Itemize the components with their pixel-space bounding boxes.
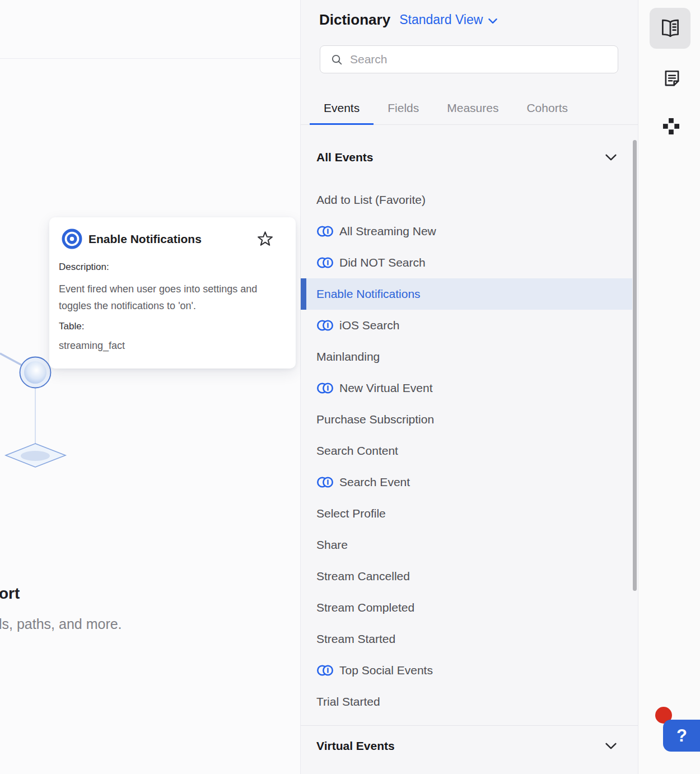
table-name: streaming_fact	[59, 340, 283, 352]
event-label: Purchase Subscription	[316, 413, 434, 426]
event-label: Share	[316, 538, 348, 552]
view-selector-dropdown[interactable]: Standard View	[399, 12, 498, 27]
chevron-down-icon[interactable]	[604, 742, 618, 750]
section-header-all-events[interactable]: All Events	[316, 142, 618, 173]
event-item-did-not-search[interactable]: Did NOT Search	[301, 247, 632, 278]
event-list: Add to List (Favorite) All Streaming New…	[301, 184, 638, 717]
event-list-region: All Events Add to List (Favorite)	[301, 125, 638, 774]
event-item-add-to-list-favorite[interactable]: Add to List (Favorite)	[301, 184, 632, 216]
event-item-top-social-events[interactable]: Top Social Events	[301, 655, 632, 686]
event-item-trial-started[interactable]: Trial Started	[301, 686, 632, 717]
event-item-search-event[interactable]: Search Event	[301, 467, 632, 498]
canvas-topbar	[0, 0, 300, 59]
canvas-heading-fragment: ort	[0, 585, 20, 603]
search-box[interactable]	[320, 45, 618, 73]
event-detail-card: Enable Notifications Description: Event …	[49, 217, 296, 369]
dictionary-tabs: EventsFieldsMeasuresCohorts	[301, 92, 638, 125]
event-label: Stream Completed	[316, 601, 414, 614]
canvas-subtitle-fragment: ls, paths, and more.	[0, 616, 122, 632]
description-text: Event fired when user goes into settings…	[59, 281, 288, 314]
event-label: Search Event	[339, 475, 410, 489]
virtual-event-icon	[316, 476, 334, 488]
event-card-title: Enable Notifications	[88, 232, 257, 246]
table-label: Table:	[59, 321, 283, 332]
panel-title: Dictionary	[319, 11, 390, 29]
event-item-purchase-subscription[interactable]: Purchase Subscription	[301, 404, 632, 435]
right-toolbar: ?	[638, 0, 700, 774]
event-label: Select Profile	[316, 507, 386, 520]
view-selector-label: Standard View	[399, 12, 483, 27]
chevron-down-icon[interactable]	[604, 153, 618, 161]
section-label: All Events	[316, 151, 374, 164]
event-label: Search Content	[316, 444, 398, 458]
main-canvas: ort ls, paths, and more.	[0, 0, 301, 774]
event-label: Enable Notifications	[316, 287, 421, 301]
event-item-all-streaming-new[interactable]: All Streaming New	[301, 216, 632, 247]
event-item-enable-notifications[interactable]: Enable Notifications	[301, 278, 632, 310]
section-header-virtual-events[interactable]: Virtual Events	[316, 726, 618, 766]
event-item-mainlanding[interactable]: Mainlanding	[301, 341, 632, 372]
dictionary-book-icon[interactable]	[650, 8, 690, 49]
tab-fields[interactable]: Fields	[374, 92, 433, 124]
search-input[interactable]	[350, 53, 610, 66]
help-button-label: ?	[676, 726, 687, 746]
event-label: Trial Started	[316, 695, 380, 708]
event-label: Did NOT Search	[339, 256, 426, 269]
event-label: All Streaming New	[339, 225, 436, 238]
section-label: Virtual Events	[316, 739, 395, 753]
virtual-event-icon	[316, 319, 334, 332]
favorite-star-icon[interactable]	[257, 231, 273, 247]
event-label: Top Social Events	[339, 664, 433, 677]
event-item-search-content[interactable]: Search Content	[301, 435, 632, 467]
event-label: Add to List (Favorite)	[316, 193, 426, 207]
notes-icon[interactable]	[662, 68, 682, 88]
event-item-new-virtual-event[interactable]: New Virtual Event	[301, 372, 632, 404]
chevron-down-icon	[488, 18, 498, 24]
event-label: Stream Cancelled	[316, 570, 410, 583]
help-button[interactable]: ?	[663, 720, 700, 752]
event-target-icon	[62, 229, 82, 249]
scrollbar[interactable]	[633, 140, 637, 591]
event-label: Mainlanding	[316, 350, 380, 363]
event-item-ios-search[interactable]: iOS Search	[301, 310, 632, 341]
virtual-events-section: Virtual Events	[301, 725, 638, 766]
tab-measures[interactable]: Measures	[433, 92, 512, 124]
event-item-stream-cancelled[interactable]: Stream Cancelled	[301, 561, 632, 592]
event-item-stream-started[interactable]: Stream Started	[301, 623, 632, 655]
tab-cohorts[interactable]: Cohorts	[512, 92, 582, 124]
event-item-share[interactable]: Share	[301, 529, 632, 561]
description-label: Description:	[59, 262, 283, 273]
dictionary-panel: Dictionary Standard View EventsFieldsMea…	[301, 0, 638, 774]
event-label: Stream Started	[316, 632, 395, 646]
tab-events[interactable]: Events	[310, 92, 374, 124]
virtual-event-icon	[316, 225, 334, 237]
event-item-stream-completed[interactable]: Stream Completed	[301, 592, 632, 623]
search-icon	[330, 53, 343, 66]
virtual-event-icon	[316, 664, 334, 677]
virtual-event-icon	[316, 382, 334, 394]
event-item-select-profile[interactable]: Select Profile	[301, 498, 632, 529]
apps-grid-icon[interactable]	[662, 118, 680, 135]
event-label: iOS Search	[339, 319, 399, 332]
event-label: New Virtual Event	[339, 381, 433, 395]
virtual-event-icon	[316, 257, 334, 269]
